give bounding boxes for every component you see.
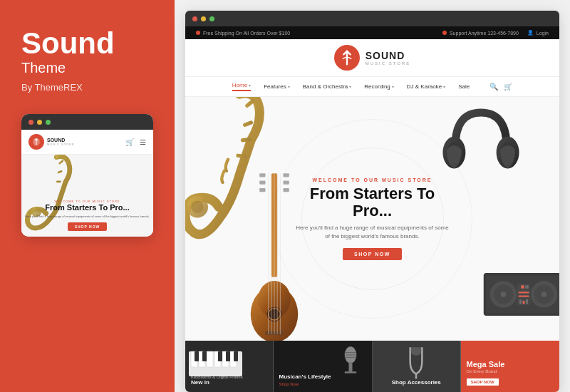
mobile-logo: SOUND MUSIC STORE bbox=[28, 134, 75, 150]
nav-dj-label: DJ & Karaoke bbox=[407, 83, 442, 90]
product-card-sale: Mega Sale On Every Brand SHOP NOW bbox=[461, 341, 560, 392]
mobile-logo-text: SOUND bbox=[47, 138, 75, 143]
desktop-top-bar bbox=[185, 11, 559, 26]
desktop-logo: SOUND MUSIC STORE bbox=[334, 45, 411, 71]
nav-item-home[interactable]: Home ▾ bbox=[232, 82, 251, 91]
product-card-keyboards: Keyboards & Digital Pianos New In bbox=[185, 341, 274, 392]
nav-item-dj[interactable]: DJ & Karaoke ▾ bbox=[407, 83, 445, 90]
product-sublabel-2: Shop Now bbox=[279, 382, 367, 386]
login-text[interactable]: Login bbox=[537, 31, 549, 36]
shipping-text: Free Shipping On All Orders Over $100 bbox=[203, 31, 290, 36]
mobile-hero: WELCOME TO OUR MUSIC STORE From Starters… bbox=[21, 155, 153, 237]
svg-rect-39 bbox=[523, 301, 525, 304]
mobile-top-bar bbox=[21, 114, 153, 130]
svg-rect-44 bbox=[207, 351, 213, 367]
mobile-header-icons: 🛒 ☰ bbox=[125, 138, 146, 146]
chevron-down-icon: ▾ bbox=[349, 84, 351, 89]
product-card-accessories: Shop Accessories bbox=[373, 341, 461, 392]
nav-features-label: Features bbox=[264, 83, 286, 90]
svg-rect-37 bbox=[525, 285, 529, 289]
desktop-info-bar: Free Shipping On All Orders Over $100 Su… bbox=[185, 26, 559, 39]
desktop-logo-sub: MUSIC STORE bbox=[366, 61, 411, 66]
desktop-hero: WELCOME TO OUR MUSIC STORE From Starters… bbox=[185, 97, 559, 341]
nav-utility-icons: 🔍 🛒 bbox=[489, 83, 512, 91]
search-icon[interactable]: 🔍 bbox=[489, 83, 498, 91]
support-text: Support Anytime 123-456-7890 bbox=[450, 31, 519, 36]
right-panel: Free Shipping On All Orders Over $100 Su… bbox=[175, 0, 570, 392]
support-icon bbox=[442, 31, 447, 35]
microphone-illustration bbox=[336, 344, 365, 380]
product-card-lifestyle: Musican's Lifestyle Shop Now bbox=[274, 341, 373, 392]
svg-rect-35 bbox=[519, 296, 529, 297]
keyboard-illustration bbox=[189, 344, 246, 380]
svg-rect-52 bbox=[234, 351, 238, 361]
svg-rect-48 bbox=[195, 351, 199, 361]
theme-title: Sound bbox=[21, 29, 115, 58]
user-icon: 👤 bbox=[527, 30, 534, 36]
nav-band-label: Band & Orchestra bbox=[303, 83, 348, 90]
svg-rect-55 bbox=[345, 371, 357, 373]
svg-rect-38 bbox=[519, 300, 522, 304]
svg-point-29 bbox=[501, 292, 507, 297]
cart-icon[interactable]: 🛒 bbox=[125, 138, 134, 146]
svg-rect-50 bbox=[218, 351, 222, 361]
svg-rect-49 bbox=[202, 351, 207, 361]
mobile-logo-icon bbox=[28, 134, 44, 150]
svg-rect-51 bbox=[226, 351, 230, 361]
svg-point-32 bbox=[542, 292, 547, 297]
desktop-logo-text: SOUND bbox=[366, 50, 411, 61]
svg-rect-34 bbox=[519, 292, 529, 293]
svg-rect-40 bbox=[526, 299, 528, 304]
mobile-hero-title: From Starters To Pro... bbox=[25, 203, 150, 212]
desktop-logo-icon bbox=[334, 45, 360, 71]
nav-home-label: Home bbox=[232, 82, 247, 88]
dot-yellow bbox=[201, 16, 206, 21]
nav-item-features[interactable]: Features ▾ bbox=[264, 83, 290, 90]
info-bar-right: Support Anytime 123-456-7890 👤 Login bbox=[442, 30, 549, 36]
chevron-down-icon: ▾ bbox=[392, 84, 394, 89]
desktop-product-strip: Keyboards & Digital Pianos New In bbox=[185, 341, 559, 392]
hero-welcome-text: WELCOME TO OUR MUSIC STORE bbox=[294, 177, 451, 182]
nav-recording-label: Recording bbox=[364, 83, 390, 90]
svg-rect-7 bbox=[259, 188, 265, 192]
menu-icon[interactable]: ☰ bbox=[140, 138, 146, 146]
mobile-logo-sub: MUSIC STORE bbox=[47, 143, 75, 146]
chevron-down-icon: ▾ bbox=[443, 84, 445, 89]
shipping-icon bbox=[196, 31, 200, 35]
mobile-hero-desc: Here you'll find a huge range of musical… bbox=[25, 215, 150, 219]
hero-description: Here you'll find a huge range of musical… bbox=[294, 224, 451, 241]
hero-title: From Starters To Pro... bbox=[294, 185, 451, 220]
mobile-mockup: SOUND MUSIC STORE 🛒 ☰ bbox=[21, 114, 153, 237]
chevron-down-icon: ▾ bbox=[288, 84, 290, 89]
nav-item-recording[interactable]: Recording ▾ bbox=[364, 83, 393, 90]
dot-red bbox=[28, 120, 33, 125]
hero-shop-now-button[interactable]: SHOP NOW bbox=[343, 248, 402, 260]
svg-rect-6 bbox=[259, 181, 265, 185]
hero-center-content: WELCOME TO OUR MUSIC STORE From Starters… bbox=[294, 177, 451, 260]
nav-sale-label: Sale bbox=[458, 83, 470, 90]
theme-by: By ThemeREX bbox=[21, 82, 83, 93]
svg-rect-5 bbox=[259, 173, 265, 177]
svg-point-3 bbox=[191, 201, 203, 213]
desktop-mockup: Free Shipping On All Orders Over $100 Su… bbox=[185, 11, 559, 392]
mobile-shop-now-button[interactable]: SHOP NOW bbox=[68, 222, 108, 231]
desktop-header: SOUND MUSIC STORE bbox=[185, 39, 559, 77]
theme-subtitle: Theme bbox=[21, 60, 66, 76]
accessories-illustration bbox=[398, 344, 434, 380]
product-label-1: New In bbox=[191, 379, 267, 386]
info-bar-left: Free Shipping On All Orders Over $100 bbox=[196, 31, 290, 36]
svg-rect-36 bbox=[521, 285, 524, 289]
nav-item-sale[interactable]: Sale bbox=[458, 83, 470, 90]
sale-shop-btn[interactable]: SHOP NOW bbox=[467, 378, 499, 386]
mobile-header: SOUND MUSIC STORE 🛒 ☰ bbox=[21, 130, 153, 155]
product-sublabel-4: On Every Brand bbox=[467, 369, 554, 373]
svg-rect-54 bbox=[349, 362, 353, 373]
dot-green bbox=[46, 120, 51, 125]
nav-item-band[interactable]: Band & Orchestra ▾ bbox=[303, 83, 352, 90]
dot-green bbox=[209, 16, 214, 21]
desktop-nav: Home ▾ Features ▾ Band & Orchestra ▾ Rec… bbox=[185, 77, 559, 97]
cart-icon[interactable]: 🛒 bbox=[504, 83, 512, 91]
product-label-4: Mega Sale bbox=[467, 360, 554, 369]
product-label-3: Shop Accessories bbox=[378, 379, 455, 386]
dot-red bbox=[192, 16, 197, 21]
